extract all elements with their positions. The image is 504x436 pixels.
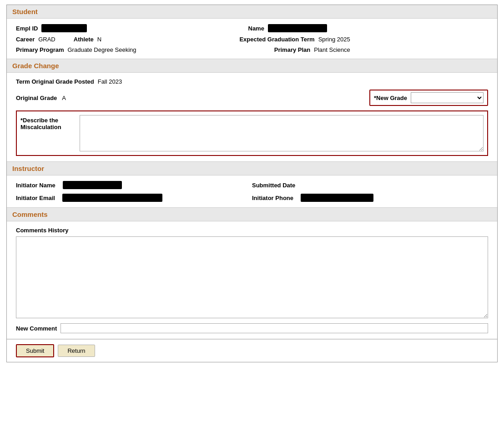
original-grade-row: Original Grade A *New Grade A A- B+ B B-…	[16, 90, 488, 106]
initiator-phone-redacted	[301, 194, 373, 202]
initiator-name-label: Initiator Name	[16, 182, 55, 189]
student-section-title: Student	[12, 8, 38, 15]
empl-id-label: Empl ID	[16, 25, 38, 32]
grade-change-header: Grade Change	[7, 59, 497, 73]
new-grade-label: *New Grade	[374, 95, 407, 101]
describe-label: *Describe theMiscalculation	[20, 115, 80, 130]
page-wrapper: Student Empl ID Name Career GRAD Athlet	[6, 5, 498, 362]
empl-id-redacted	[41, 24, 87, 32]
name-value	[268, 24, 327, 32]
career-label: Career	[16, 36, 35, 43]
comments-title: Comments	[12, 210, 48, 218]
instructor-section: Instructor Initiator Name Submitted Date…	[7, 162, 497, 208]
primary-program-value: Graduate Degree Seeking	[68, 46, 136, 53]
term-grade-row: Term Original Grade Posted Fall 2023	[16, 78, 488, 85]
comments-header: Comments	[7, 208, 497, 221]
original-grade-label: Original Grade	[16, 95, 57, 101]
expected-grad-value: Spring 2025	[318, 36, 350, 43]
instructor-title: Instructor	[12, 165, 44, 172]
initiator-email-container: Initiator Email	[16, 194, 252, 202]
student-section: Student Empl ID Name Career GRAD Athlet	[7, 5, 497, 59]
original-grade-value: A	[62, 95, 66, 101]
student-row-2: Career GRAD Athlete N Expected Graduatio…	[16, 36, 488, 43]
empl-id-value	[41, 24, 87, 32]
new-grade-container: *New Grade A A- B+ B B- C+ C C- D F	[369, 90, 488, 106]
submitted-date-label: Submitted Date	[252, 182, 295, 189]
initiator-email-redacted	[62, 194, 162, 202]
grade-change-section: Grade Change Term Original Grade Posted …	[7, 59, 497, 162]
student-row-1: Empl ID Name	[16, 24, 488, 32]
expected-grad-label: Expected Graduation Term	[239, 36, 314, 43]
comments-history-label: Comments History	[16, 227, 488, 234]
comments-history-textarea[interactable]	[16, 236, 488, 318]
instructor-row-2: Initiator Email Initiator Phone	[16, 194, 488, 202]
term-original-value: Fall 2023	[98, 78, 122, 85]
grade-change-body: Term Original Grade Posted Fall 2023 Ori…	[7, 73, 497, 162]
new-comment-input[interactable]	[60, 323, 488, 333]
submit-button[interactable]: Submit	[16, 344, 54, 357]
initiator-name-container: Initiator Name	[16, 181, 252, 189]
name-label: Name	[248, 25, 264, 32]
initiator-email-label: Initiator Email	[16, 195, 55, 201]
return-button[interactable]: Return	[58, 345, 95, 357]
comments-body: Comments History New Comment	[7, 221, 497, 339]
instructor-row-1: Initiator Name Submitted Date	[16, 181, 488, 189]
initiator-phone-container: Initiator Phone	[252, 194, 488, 202]
original-grade-container: Original Grade A	[16, 95, 66, 101]
button-row: Submit Return	[7, 339, 497, 362]
describe-textarea[interactable]	[80, 115, 484, 151]
primary-program-label: Primary Program	[16, 46, 64, 53]
athlete-label: Athlete	[74, 36, 94, 43]
describe-container: *Describe theMiscalculation	[16, 110, 488, 156]
primary-plan-label: Primary Plan	[274, 46, 311, 53]
new-comment-label: New Comment	[16, 325, 57, 332]
primary-plan-value: Plant Science	[314, 46, 350, 53]
athlete-value: N	[97, 36, 101, 43]
initiator-phone-label: Initiator Phone	[252, 195, 293, 201]
initiator-name-redacted	[63, 181, 122, 189]
term-original-label: Term Original Grade Posted	[16, 78, 94, 85]
submitted-date-container: Submitted Date	[252, 182, 488, 189]
career-value: GRAD	[38, 36, 55, 43]
comments-section: Comments Comments History New Comment	[7, 208, 497, 339]
grade-change-title: Grade Change	[12, 62, 59, 70]
name-redacted	[268, 24, 327, 32]
student-section-header: Student	[7, 5, 497, 19]
new-grade-select[interactable]: A A- B+ B B- C+ C C- D F	[411, 92, 484, 103]
instructor-header: Instructor	[7, 162, 497, 175]
student-row-3: Primary Program Graduate Degree Seeking …	[16, 46, 488, 53]
instructor-body: Initiator Name Submitted Date Initiator …	[7, 175, 497, 208]
new-comment-row: New Comment	[16, 323, 488, 333]
student-section-body: Empl ID Name Career GRAD Athlete N Expec…	[7, 19, 497, 59]
